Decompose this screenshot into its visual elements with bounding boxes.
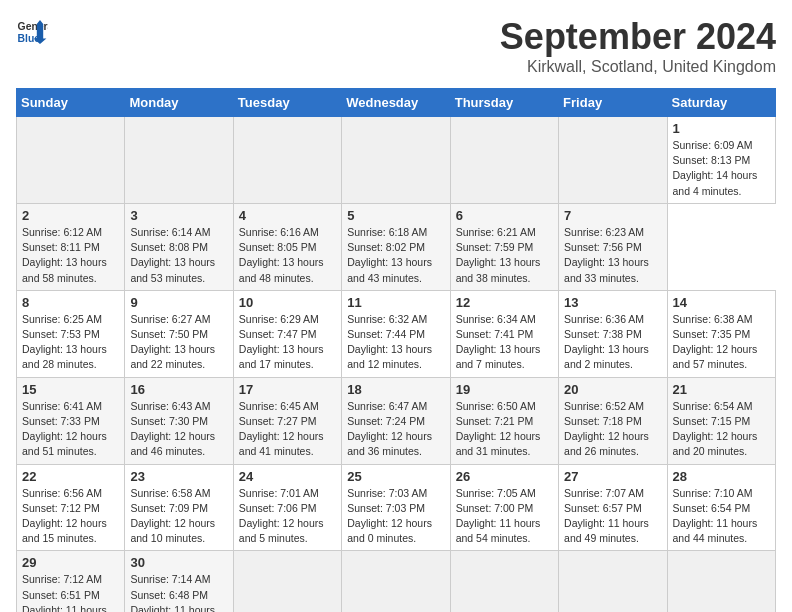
day-cell-23: 23Sunrise: 6:58 AMSunset: 7:09 PMDayligh… xyxy=(125,464,233,551)
day-cell-27: 27Sunrise: 7:07 AMSunset: 6:57 PMDayligh… xyxy=(559,464,667,551)
day-cell-6: 6Sunrise: 6:21 AMSunset: 7:59 PMDaylight… xyxy=(450,203,558,290)
day-number: 9 xyxy=(130,295,227,310)
empty-cell xyxy=(667,551,775,612)
day-info: Sunrise: 7:03 AMSunset: 7:03 PMDaylight:… xyxy=(347,486,444,547)
empty-cell xyxy=(17,117,125,204)
day-cell-14: 14Sunrise: 6:38 AMSunset: 7:35 PMDayligh… xyxy=(667,290,775,377)
day-info: Sunrise: 6:23 AMSunset: 7:56 PMDaylight:… xyxy=(564,225,661,286)
day-number: 4 xyxy=(239,208,336,223)
month-title: September 2024 xyxy=(500,16,776,58)
day-number: 7 xyxy=(564,208,661,223)
day-cell-22: 22Sunrise: 6:56 AMSunset: 7:12 PMDayligh… xyxy=(17,464,125,551)
day-cell-28: 28Sunrise: 7:10 AMSunset: 6:54 PMDayligh… xyxy=(667,464,775,551)
day-cell-21: 21Sunrise: 6:54 AMSunset: 7:15 PMDayligh… xyxy=(667,377,775,464)
day-cell-7: 7Sunrise: 6:23 AMSunset: 7:56 PMDaylight… xyxy=(559,203,667,290)
day-info: Sunrise: 6:45 AMSunset: 7:27 PMDaylight:… xyxy=(239,399,336,460)
day-number: 24 xyxy=(239,469,336,484)
day-number: 13 xyxy=(564,295,661,310)
day-number: 1 xyxy=(673,121,770,136)
empty-cell xyxy=(125,117,233,204)
day-info: Sunrise: 6:09 AMSunset: 8:13 PMDaylight:… xyxy=(673,138,770,199)
day-cell-30: 30Sunrise: 7:14 AMSunset: 6:48 PMDayligh… xyxy=(125,551,233,612)
logo-icon: General Blue xyxy=(16,16,48,48)
day-info: Sunrise: 6:12 AMSunset: 8:11 PMDaylight:… xyxy=(22,225,119,286)
day-number: 20 xyxy=(564,382,661,397)
empty-cell xyxy=(233,551,341,612)
day-number: 5 xyxy=(347,208,444,223)
calendar-table: SundayMondayTuesdayWednesdayThursdayFrid… xyxy=(16,88,776,612)
day-cell-4: 4Sunrise: 6:16 AMSunset: 8:05 PMDaylight… xyxy=(233,203,341,290)
empty-cell xyxy=(559,117,667,204)
page-header: General Blue September 2024 Kirkwall, Sc… xyxy=(16,16,776,76)
day-cell-9: 9Sunrise: 6:27 AMSunset: 7:50 PMDaylight… xyxy=(125,290,233,377)
day-info: Sunrise: 6:34 AMSunset: 7:41 PMDaylight:… xyxy=(456,312,553,373)
day-info: Sunrise: 7:12 AMSunset: 6:51 PMDaylight:… xyxy=(22,572,119,612)
day-info: Sunrise: 6:50 AMSunset: 7:21 PMDaylight:… xyxy=(456,399,553,460)
day-number: 19 xyxy=(456,382,553,397)
day-info: Sunrise: 6:41 AMSunset: 7:33 PMDaylight:… xyxy=(22,399,119,460)
week-row-5: 22Sunrise: 6:56 AMSunset: 7:12 PMDayligh… xyxy=(17,464,776,551)
day-cell-15: 15Sunrise: 6:41 AMSunset: 7:33 PMDayligh… xyxy=(17,377,125,464)
day-number: 30 xyxy=(130,555,227,570)
day-number: 23 xyxy=(130,469,227,484)
day-info: Sunrise: 6:54 AMSunset: 7:15 PMDaylight:… xyxy=(673,399,770,460)
day-number: 26 xyxy=(456,469,553,484)
day-header-friday: Friday xyxy=(559,89,667,117)
logo: General Blue xyxy=(16,16,48,48)
day-cell-8: 8Sunrise: 6:25 AMSunset: 7:53 PMDaylight… xyxy=(17,290,125,377)
day-header-saturday: Saturday xyxy=(667,89,775,117)
day-info: Sunrise: 6:38 AMSunset: 7:35 PMDaylight:… xyxy=(673,312,770,373)
day-cell-12: 12Sunrise: 6:34 AMSunset: 7:41 PMDayligh… xyxy=(450,290,558,377)
week-row-6: 29Sunrise: 7:12 AMSunset: 6:51 PMDayligh… xyxy=(17,551,776,612)
location-subtitle: Kirkwall, Scotland, United Kingdom xyxy=(500,58,776,76)
day-cell-26: 26Sunrise: 7:05 AMSunset: 7:00 PMDayligh… xyxy=(450,464,558,551)
day-cell-25: 25Sunrise: 7:03 AMSunset: 7:03 PMDayligh… xyxy=(342,464,450,551)
day-number: 17 xyxy=(239,382,336,397)
day-info: Sunrise: 6:29 AMSunset: 7:47 PMDaylight:… xyxy=(239,312,336,373)
day-cell-1: 1Sunrise: 6:09 AMSunset: 8:13 PMDaylight… xyxy=(667,117,775,204)
day-info: Sunrise: 6:18 AMSunset: 8:02 PMDaylight:… xyxy=(347,225,444,286)
empty-cell xyxy=(559,551,667,612)
day-number: 29 xyxy=(22,555,119,570)
day-info: Sunrise: 7:14 AMSunset: 6:48 PMDaylight:… xyxy=(130,572,227,612)
day-info: Sunrise: 6:52 AMSunset: 7:18 PMDaylight:… xyxy=(564,399,661,460)
day-cell-29: 29Sunrise: 7:12 AMSunset: 6:51 PMDayligh… xyxy=(17,551,125,612)
day-number: 25 xyxy=(347,469,444,484)
day-number: 28 xyxy=(673,469,770,484)
day-info: Sunrise: 6:36 AMSunset: 7:38 PMDaylight:… xyxy=(564,312,661,373)
day-cell-20: 20Sunrise: 6:52 AMSunset: 7:18 PMDayligh… xyxy=(559,377,667,464)
week-row-1: 1Sunrise: 6:09 AMSunset: 8:13 PMDaylight… xyxy=(17,117,776,204)
day-info: Sunrise: 6:14 AMSunset: 8:08 PMDaylight:… xyxy=(130,225,227,286)
day-cell-17: 17Sunrise: 6:45 AMSunset: 7:27 PMDayligh… xyxy=(233,377,341,464)
empty-cell xyxy=(450,117,558,204)
day-cell-2: 2Sunrise: 6:12 AMSunset: 8:11 PMDaylight… xyxy=(17,203,125,290)
day-number: 21 xyxy=(673,382,770,397)
day-number: 18 xyxy=(347,382,444,397)
day-header-monday: Monday xyxy=(125,89,233,117)
day-number: 2 xyxy=(22,208,119,223)
day-cell-13: 13Sunrise: 6:36 AMSunset: 7:38 PMDayligh… xyxy=(559,290,667,377)
day-number: 6 xyxy=(456,208,553,223)
day-number: 22 xyxy=(22,469,119,484)
empty-cell xyxy=(233,117,341,204)
day-header-wednesday: Wednesday xyxy=(342,89,450,117)
day-cell-24: 24Sunrise: 7:01 AMSunset: 7:06 PMDayligh… xyxy=(233,464,341,551)
empty-cell xyxy=(450,551,558,612)
day-info: Sunrise: 6:21 AMSunset: 7:59 PMDaylight:… xyxy=(456,225,553,286)
day-number: 8 xyxy=(22,295,119,310)
week-row-4: 15Sunrise: 6:41 AMSunset: 7:33 PMDayligh… xyxy=(17,377,776,464)
empty-cell xyxy=(342,117,450,204)
day-cell-10: 10Sunrise: 6:29 AMSunset: 7:47 PMDayligh… xyxy=(233,290,341,377)
day-info: Sunrise: 6:16 AMSunset: 8:05 PMDaylight:… xyxy=(239,225,336,286)
day-cell-18: 18Sunrise: 6:47 AMSunset: 7:24 PMDayligh… xyxy=(342,377,450,464)
day-number: 27 xyxy=(564,469,661,484)
days-header-row: SundayMondayTuesdayWednesdayThursdayFrid… xyxy=(17,89,776,117)
svg-text:General: General xyxy=(18,21,48,32)
day-info: Sunrise: 6:25 AMSunset: 7:53 PMDaylight:… xyxy=(22,312,119,373)
day-header-sunday: Sunday xyxy=(17,89,125,117)
day-info: Sunrise: 7:05 AMSunset: 7:00 PMDaylight:… xyxy=(456,486,553,547)
day-info: Sunrise: 6:58 AMSunset: 7:09 PMDaylight:… xyxy=(130,486,227,547)
day-cell-5: 5Sunrise: 6:18 AMSunset: 8:02 PMDaylight… xyxy=(342,203,450,290)
day-cell-11: 11Sunrise: 6:32 AMSunset: 7:44 PMDayligh… xyxy=(342,290,450,377)
day-number: 15 xyxy=(22,382,119,397)
